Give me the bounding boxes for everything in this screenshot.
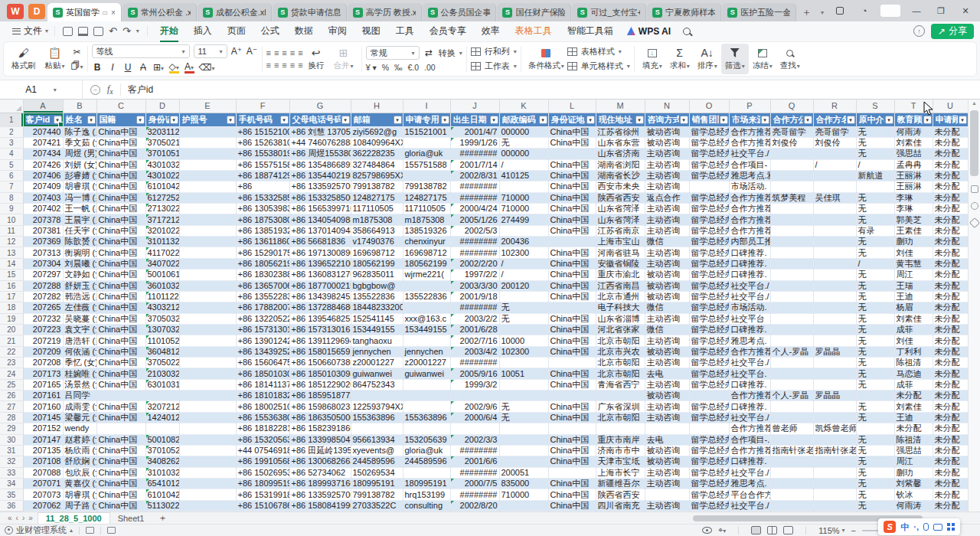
cell[interactable]: 340702200202202520: [145, 258, 179, 269]
menu-tab[interactable]: 公式: [253, 22, 287, 40]
cell[interactable]: 150269534: [351, 467, 403, 478]
cell[interactable]: 207403: [23, 192, 63, 203]
cell[interactable]: 无: [856, 401, 894, 412]
cell[interactable]: +86 1851229020: [289, 379, 351, 390]
cell[interactable]: wjrme221(: [403, 270, 450, 280]
cell[interactable]: 未分配: [933, 500, 968, 511]
cell[interactable]: 陈祖清: [894, 434, 933, 445]
cell[interactable]: 310103200212255069: [145, 467, 179, 478]
cell[interactable]: 有录: [856, 225, 894, 236]
cell[interactable]: 未分配: [933, 456, 968, 467]
cell[interactable]: China中国: [96, 247, 145, 258]
header-cell[interactable]: 咨询方式▾: [645, 113, 689, 126]
cell[interactable]: [499, 225, 548, 236]
row-number[interactable]: 14: [0, 258, 23, 269]
cell[interactable]: 袁文宇 (女: [63, 324, 96, 335]
name-box[interactable]: A1 ▾: [0, 80, 83, 99]
cell[interactable]: 陈祖清: [894, 358, 933, 368]
cell[interactable]: +86 1335925706: [289, 181, 351, 192]
cell[interactable]: [403, 335, 450, 346]
row-number[interactable]: 24: [0, 368, 23, 379]
cell[interactable]: 留学总经办: [689, 368, 729, 379]
cell[interactable]: 207313: [23, 247, 63, 258]
cell[interactable]: 207147: [23, 434, 63, 445]
cell[interactable]: +86 17882007: [236, 302, 289, 313]
cell[interactable]: 任天宇 (女: [63, 225, 96, 236]
cell[interactable]: 被动咨询: [645, 346, 689, 357]
cell[interactable]: [645, 489, 689, 500]
cell[interactable]: 王晨宇 (男: [63, 214, 96, 225]
cell[interactable]: 成雨雯 (女: [63, 401, 96, 412]
cell[interactable]: 周子路 (女: [63, 500, 96, 511]
cell[interactable]: China中国: [96, 237, 145, 247]
cell[interactable]: [770, 479, 813, 489]
filter-dropdown-icon[interactable]: ▾: [804, 116, 812, 124]
cell[interactable]: 未分配: [933, 270, 968, 280]
cell[interactable]: China中国: [548, 346, 596, 357]
file-tab[interactable]: S贷款申请信息.xlsx: [273, 3, 347, 21]
cell[interactable]: [450, 391, 499, 401]
cell[interactable]: China中国: [96, 313, 145, 324]
wps-logo-icon[interactable]: W: [7, 4, 24, 19]
cell[interactable]: 微信: [645, 302, 689, 313]
cell[interactable]: 强思喆: [894, 445, 933, 456]
filter-dropdown-icon[interactable]: ▾: [490, 116, 498, 124]
cell[interactable]: 留学总经办: [689, 237, 729, 247]
cell[interactable]: 370105200210270824: [145, 445, 179, 456]
cell[interactable]: [770, 489, 813, 500]
currency-icon[interactable]: ¥ ▾: [366, 63, 377, 72]
convert-icon[interactable]: ⇄: [423, 47, 435, 58]
cell[interactable]: [548, 358, 596, 368]
cell[interactable]: [179, 391, 236, 401]
cell[interactable]: 2002/8/20: [450, 500, 499, 511]
close-button[interactable]: ✕: [954, 2, 977, 19]
eye-icon[interactable]: [702, 527, 712, 534]
cell[interactable]: [179, 401, 236, 412]
cell[interactable]: 18448233200000@qq: [351, 302, 403, 313]
row-number[interactable]: 11: [0, 225, 23, 236]
add-sheet-button[interactable]: ＋: [152, 511, 174, 525]
cell[interactable]: [770, 467, 813, 478]
cell[interactable]: 207209: [23, 346, 63, 357]
cell[interactable]: 360103200303300725: [145, 280, 179, 291]
cell[interactable]: 被动咨询: [645, 137, 689, 148]
cell[interactable]: 胡睿琪 (女: [63, 181, 96, 192]
row-number[interactable]: 17: [0, 291, 23, 302]
cell[interactable]: 个人-罗晶: [770, 346, 813, 357]
cell[interactable]: +86 1340540988: [289, 214, 351, 225]
header-cell[interactable]: 手机号码▾: [236, 113, 289, 126]
cell[interactable]: 未分配: [933, 214, 968, 225]
filter-button-ribbon[interactable]: 筛选▾: [721, 44, 749, 74]
cell[interactable]: 新航道: [856, 170, 894, 181]
cell[interactable]: /: [856, 258, 894, 269]
cell[interactable]: China中国: [96, 445, 145, 456]
cell[interactable]: [403, 391, 450, 401]
cell[interactable]: [499, 456, 548, 467]
filter-dropdown-icon[interactable]: ▾: [341, 116, 350, 124]
cell[interactable]: 被动咨询: [645, 445, 689, 456]
cell[interactable]: 江苏省南京: [596, 225, 645, 236]
cell[interactable]: 无: [856, 192, 894, 203]
cell[interactable]: 207223: [23, 324, 63, 335]
cell[interactable]: 罗晶晶: [813, 346, 856, 357]
cell[interactable]: 衡琬明 (女: [63, 247, 96, 258]
page-layout-view-button[interactable]: [767, 526, 777, 534]
cell[interactable]: ########: [450, 181, 499, 192]
filter-dropdown-icon[interactable]: ▾: [923, 116, 932, 124]
column-header[interactable]: I: [403, 100, 450, 113]
cell[interactable]: China中国: [96, 192, 145, 203]
cell[interactable]: 2002/8/31: [450, 170, 499, 181]
cell[interactable]: China中国: [548, 434, 596, 445]
cell[interactable]: 无: [856, 204, 894, 214]
file-tab[interactable]: S英国留学生▭×: [47, 3, 122, 21]
cell[interactable]: [403, 423, 450, 434]
cell[interactable]: 无: [499, 401, 548, 412]
cell[interactable]: [499, 358, 548, 368]
column-header[interactable]: S: [856, 100, 894, 113]
filter-dropdown-icon[interactable]: ▾: [720, 116, 728, 124]
cell[interactable]: 135522836: [403, 291, 450, 302]
cell[interactable]: 未分配: [933, 412, 968, 423]
cell[interactable]: 未分配: [933, 346, 968, 357]
header-cell[interactable]: 合作方公▾: [770, 113, 813, 126]
cell[interactable]: +86 1300682663: [289, 456, 351, 467]
